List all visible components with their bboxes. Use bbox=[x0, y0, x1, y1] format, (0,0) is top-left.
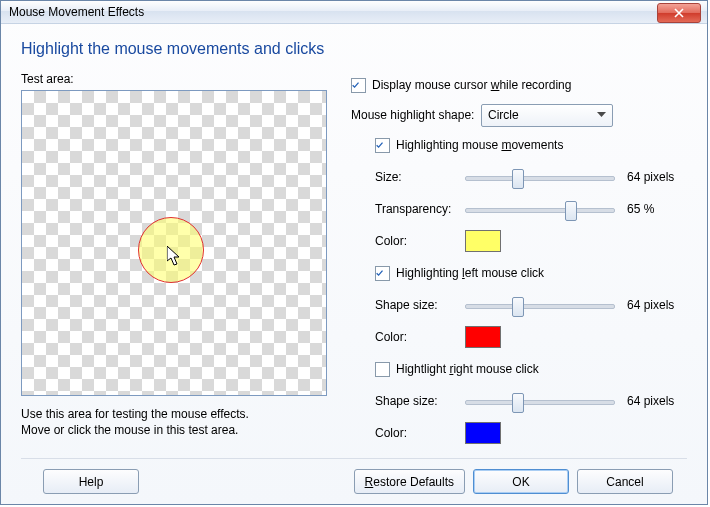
ok-button[interactable]: OK bbox=[473, 469, 569, 494]
main-area: Test area: Use this area for testing the… bbox=[21, 72, 687, 452]
help-button[interactable]: Help bbox=[43, 469, 139, 494]
slider-thumb[interactable] bbox=[512, 297, 524, 317]
right-click-section: Shape size: 64 pixels Color: bbox=[375, 388, 687, 446]
movements-size-row: Size: 64 pixels bbox=[375, 164, 687, 190]
right-click-size-value: 64 pixels bbox=[627, 394, 687, 408]
left-click-size-row: Shape size: 64 pixels bbox=[375, 292, 687, 318]
test-area-hint: Use this area for testing the mouse effe… bbox=[21, 406, 343, 438]
restore-defaults-button[interactable]: Restore Defaults bbox=[354, 469, 465, 494]
right-click-size-row: Shape size: 64 pixels bbox=[375, 388, 687, 414]
movements-label: Highlighting mouse movements bbox=[396, 138, 563, 152]
right-click-size-slider[interactable] bbox=[465, 391, 615, 411]
movements-transparency-row: Transparency: 65 % bbox=[375, 196, 687, 222]
right-click-checkbox[interactable] bbox=[375, 362, 390, 377]
dialog-body: Highlight the mouse movements and clicks… bbox=[1, 24, 707, 504]
dialog-footer: Help Restore Defaults OK Cancel bbox=[21, 458, 687, 504]
display-cursor-checkbox[interactable] bbox=[351, 78, 366, 93]
movements-color-row: Color: bbox=[375, 228, 687, 254]
dialog-window: Mouse Movement Effects Highlight the mou… bbox=[0, 0, 708, 505]
left-column: Test area: Use this area for testing the… bbox=[21, 72, 343, 452]
movements-section: Size: 64 pixels Transparency: bbox=[375, 164, 687, 254]
left-click-color-row: Color: bbox=[375, 324, 687, 350]
left-click-color-label: Color: bbox=[375, 330, 465, 344]
window-title: Mouse Movement Effects bbox=[9, 5, 657, 19]
left-click-size-value: 64 pixels bbox=[627, 298, 687, 312]
shape-value: Circle bbox=[488, 108, 519, 122]
movements-row: Highlighting mouse movements bbox=[375, 132, 687, 158]
titlebar: Mouse Movement Effects bbox=[1, 1, 707, 24]
check-icon bbox=[352, 80, 359, 91]
shape-row: Mouse highlight shape: Circle bbox=[351, 102, 687, 128]
shape-label: Mouse highlight shape: bbox=[351, 108, 481, 122]
close-icon bbox=[674, 8, 684, 18]
check-icon bbox=[376, 140, 383, 151]
right-click-color-row: Color: bbox=[375, 420, 687, 446]
check-icon bbox=[376, 268, 383, 279]
right-click-color-swatch[interactable] bbox=[465, 422, 501, 444]
display-cursor-row: Display mouse cursor while recording bbox=[351, 72, 687, 98]
movements-transparency-value: 65 % bbox=[627, 202, 687, 216]
left-click-checkbox[interactable] bbox=[375, 266, 390, 281]
right-click-size-label: Shape size: bbox=[375, 394, 465, 408]
left-click-label: Highlighting left mouse click bbox=[396, 266, 544, 280]
movements-size-slider[interactable] bbox=[465, 167, 615, 187]
movements-size-label: Size: bbox=[375, 170, 465, 184]
movements-size-value: 64 pixels bbox=[627, 170, 687, 184]
left-click-row: Highlighting left mouse click bbox=[375, 260, 687, 286]
left-click-size-slider[interactable] bbox=[465, 295, 615, 315]
right-click-label: Hightlight right mouse click bbox=[396, 362, 539, 376]
left-click-color-swatch[interactable] bbox=[465, 326, 501, 348]
right-column: Display mouse cursor while recording Mou… bbox=[343, 72, 687, 452]
movements-transparency-slider[interactable] bbox=[465, 199, 615, 219]
slider-thumb[interactable] bbox=[512, 393, 524, 413]
movements-checkbox[interactable] bbox=[375, 138, 390, 153]
test-area[interactable] bbox=[21, 90, 327, 396]
test-area-label: Test area: bbox=[21, 72, 343, 86]
slider-thumb[interactable] bbox=[512, 169, 524, 189]
cancel-button[interactable]: Cancel bbox=[577, 469, 673, 494]
slider-thumb[interactable] bbox=[565, 201, 577, 221]
chevron-down-icon bbox=[593, 107, 610, 124]
movements-color-swatch[interactable] bbox=[465, 230, 501, 252]
right-click-color-label: Color: bbox=[375, 426, 465, 440]
display-cursor-label: Display mouse cursor while recording bbox=[372, 78, 571, 92]
shape-combobox[interactable]: Circle bbox=[481, 104, 613, 127]
hint-line-2: Move or click the mouse in this test are… bbox=[21, 422, 343, 438]
left-click-section: Shape size: 64 pixels Color: bbox=[375, 292, 687, 350]
page-heading: Highlight the mouse movements and clicks bbox=[21, 40, 687, 58]
movements-transparency-label: Transparency: bbox=[375, 202, 465, 216]
left-click-size-label: Shape size: bbox=[375, 298, 465, 312]
right-click-row: Hightlight right mouse click bbox=[375, 356, 687, 382]
close-button[interactable] bbox=[657, 3, 701, 23]
cursor-arrow-icon bbox=[167, 246, 183, 268]
hint-line-1: Use this area for testing the mouse effe… bbox=[21, 406, 343, 422]
movements-color-label: Color: bbox=[375, 234, 465, 248]
